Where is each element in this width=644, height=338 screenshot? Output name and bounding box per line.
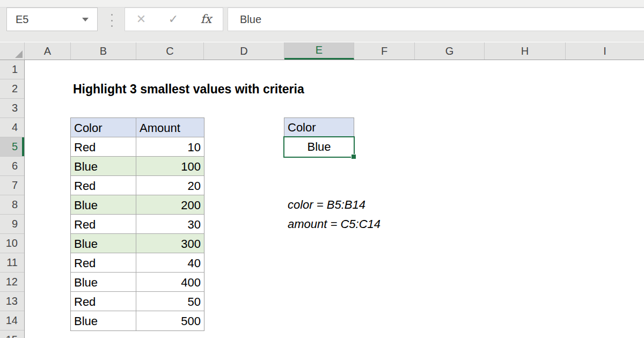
cell-amount[interactable]: 400 xyxy=(136,273,204,292)
cell-amount[interactable]: 500 xyxy=(136,311,204,330)
column-header-row: A B C D E F G H I xyxy=(0,42,644,60)
cell-amount[interactable]: 50 xyxy=(136,292,204,311)
row-header-12[interactable]: 12 xyxy=(0,273,24,292)
data-table: Color Amount Red 10 Blue 100 Red 20 Blue… xyxy=(70,117,204,331)
formula-toolbar: E5 ✕ ✓ fx Blue xyxy=(0,0,644,42)
name-box-dropdown-icon[interactable] xyxy=(82,18,89,21)
table-row: Red 10 xyxy=(71,137,204,157)
formula-bar-value: Blue xyxy=(228,13,261,26)
cell-amount[interactable]: 40 xyxy=(136,253,204,273)
column-header-f[interactable]: F xyxy=(354,42,415,60)
named-range-annotation-color: color = B5:B14 xyxy=(288,195,365,215)
cell-amount[interactable]: 20 xyxy=(136,176,204,195)
table-header-color[interactable]: Color xyxy=(71,118,136,137)
row-header-3[interactable]: 3 xyxy=(0,99,24,118)
cell-color[interactable]: Blue xyxy=(71,157,136,176)
cell-amount[interactable]: 100 xyxy=(136,157,204,176)
row-header-14[interactable]: 14 xyxy=(0,311,24,330)
cell-color[interactable]: Red xyxy=(71,292,136,311)
formula-bar-grip-handle[interactable] xyxy=(109,14,114,27)
table-header-amount[interactable]: Amount xyxy=(136,118,204,137)
formula-bar[interactable]: Blue xyxy=(228,8,644,31)
named-range-annotation-amount: amount = C5:C14 xyxy=(288,215,380,234)
row-header-6[interactable]: 6 xyxy=(0,157,24,176)
cell-color[interactable]: Red xyxy=(71,176,136,195)
table-row: Blue 100 xyxy=(71,157,204,176)
table-header-row: Color Amount xyxy=(71,118,204,137)
cell-amount[interactable]: 300 xyxy=(136,234,204,253)
column-header-g[interactable]: G xyxy=(415,42,485,60)
table-row: Blue 400 xyxy=(71,273,204,292)
cancel-icon[interactable]: ✕ xyxy=(136,13,146,25)
name-box[interactable]: E5 xyxy=(6,8,98,31)
row-header-column: 1 2 3 4 5 6 7 8 9 10 11 12 13 14 15 xyxy=(0,60,25,338)
column-header-a[interactable]: A xyxy=(25,42,71,60)
cell-amount[interactable]: 200 xyxy=(136,195,204,215)
column-header-d[interactable]: D xyxy=(204,42,284,60)
column-header-b[interactable]: B xyxy=(71,42,136,60)
row-header-10[interactable]: 10 xyxy=(0,234,24,253)
column-header-e-selected[interactable]: E xyxy=(284,42,354,60)
insert-function-icon[interactable]: fx xyxy=(201,13,212,25)
table-row: Red 50 xyxy=(71,292,204,311)
select-all-corner[interactable] xyxy=(0,42,25,60)
select-all-triangle-icon xyxy=(15,50,23,58)
cell-color[interactable]: Blue xyxy=(71,273,136,292)
table-row: Blue 500 xyxy=(71,311,204,330)
active-cell-value: Blue xyxy=(307,140,331,153)
table-row: Red 30 xyxy=(71,215,204,234)
row-header-5-selected[interactable]: 5 xyxy=(0,137,24,157)
row-header-11[interactable]: 11 xyxy=(0,253,24,273)
table-row: Red 40 xyxy=(71,253,204,273)
table-row: Blue 300 xyxy=(71,234,204,253)
row-selection-accent-bar xyxy=(22,137,24,156)
cell-color[interactable]: Red xyxy=(71,253,136,273)
formula-button-group: ✕ ✓ fx xyxy=(125,8,223,31)
column-header-h[interactable]: H xyxy=(485,42,566,60)
row-header-7[interactable]: 7 xyxy=(0,176,24,195)
column-header-c[interactable]: C xyxy=(136,42,204,60)
row-header-9[interactable]: 9 xyxy=(0,215,24,234)
cell-amount[interactable]: 10 xyxy=(136,137,204,157)
row-header-1[interactable]: 1 xyxy=(0,60,24,79)
enter-check-icon[interactable]: ✓ xyxy=(169,13,178,25)
row-header-4[interactable]: 4 xyxy=(0,118,24,137)
worksheet-title: Highlight 3 smallest values with criteri… xyxy=(73,80,304,99)
cell-color[interactable]: Blue xyxy=(71,195,136,215)
cell-color[interactable]: Red xyxy=(71,215,136,234)
table-row: Blue 200 xyxy=(71,195,204,215)
row-header-13[interactable]: 13 xyxy=(0,292,24,311)
row-header-2[interactable]: 2 xyxy=(0,79,24,99)
name-box-cell-reference: E5 xyxy=(7,13,82,26)
cell-color[interactable]: Blue xyxy=(71,234,136,253)
criteria-header-cell[interactable]: Color xyxy=(284,117,354,137)
cell-color[interactable]: Blue xyxy=(71,311,136,330)
column-header-i[interactable]: I xyxy=(566,42,644,60)
row-header-15[interactable]: 15 xyxy=(0,330,24,338)
cell-amount[interactable]: 30 xyxy=(136,215,204,234)
row-header-8[interactable]: 8 xyxy=(0,195,24,215)
cell-color[interactable]: Red xyxy=(71,137,136,157)
active-cell-e5[interactable]: Blue xyxy=(283,136,355,158)
fill-handle[interactable] xyxy=(351,154,356,159)
table-row: Red 20 xyxy=(71,176,204,195)
